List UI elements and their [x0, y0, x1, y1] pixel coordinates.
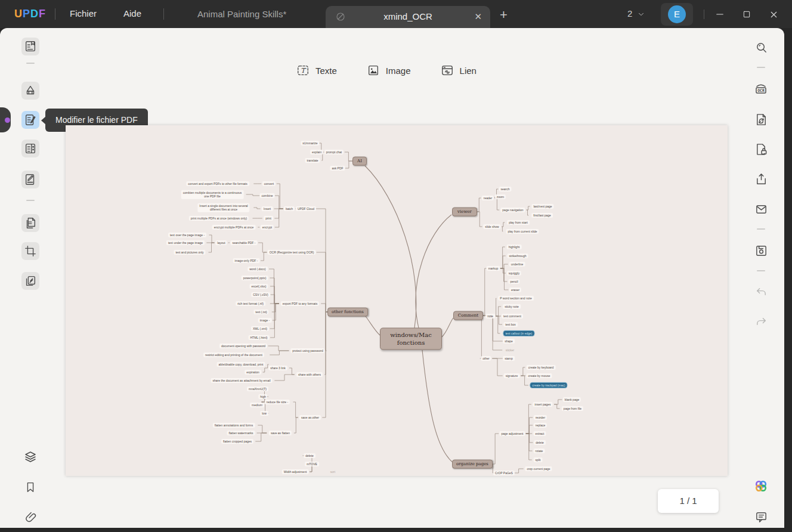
title-bar: UPDF Fichier Aide Animal Painting Skills… — [0, 0, 792, 28]
mindmap-node-combine: combine — [260, 193, 275, 198]
save-icon[interactable] — [752, 242, 770, 259]
tab-count[interactable]: 2 — [627, 8, 632, 18]
divider — [163, 8, 164, 20]
tab-xmind-ocr[interactable]: xmind_OCR ✕ — [326, 6, 490, 28]
mindmap-node-crop_cur: crop current page — [525, 466, 552, 471]
mindmap-node-other_f: other fonctions — [327, 308, 368, 317]
page-organize-icon[interactable] — [21, 140, 39, 157]
image-button-label: Image — [386, 66, 411, 76]
mindmap-node-flat_wm: flatten watermarks — [227, 431, 255, 435]
bookmark-icon[interactable] — [21, 478, 39, 496]
mindmap-node-windows_mac: windows/Mac fonctions — [380, 328, 442, 350]
divider — [55, 8, 55, 20]
chevron-down-icon[interactable] — [637, 10, 645, 21]
mindmap-node-updf_cloud: UPDF Cloud — [296, 206, 316, 211]
add-text-button[interactable]: T Texte — [296, 64, 337, 77]
mindmap-node-prompt_chat: prompt chat — [324, 150, 344, 154]
comment-panel-icon[interactable] — [752, 508, 770, 525]
mindmap-node-ocr_node: OCR (Recgonize text using OCR) — [268, 250, 316, 255]
minimize-button[interactable] — [711, 7, 729, 21]
mindmap-node-layout: layout — [215, 240, 227, 245]
svg-text:T: T — [301, 67, 307, 75]
mindmap-node-explain: explain — [310, 150, 323, 154]
convert-icon[interactable] — [21, 214, 39, 232]
app-body: Modifier le fichier PDF T Texte Image Li… — [0, 28, 784, 528]
mindmap-node-create_tp: create by trackpad (mac) — [530, 382, 567, 388]
redo-icon[interactable] — [752, 313, 770, 331]
email-icon[interactable] — [752, 200, 770, 218]
mindmap-node-lastnext: last/next page — [531, 204, 553, 209]
close-tab-icon[interactable]: ✕ — [474, 11, 482, 22]
mindmap-node-create_kb: create by keyboard — [527, 365, 556, 370]
mindmap-node-squiggly: squiggly — [507, 271, 521, 276]
mindmap-node-page_adj: page adjustment — [500, 431, 525, 436]
pdf-page[interactable]: windows/Mac fonctionsAIviewerCommentothe… — [66, 125, 728, 476]
ocr-icon[interactable]: OCR — [752, 80, 770, 98]
mindmap-node-reorder: reorder — [534, 415, 547, 420]
undo-icon[interactable] — [752, 283, 770, 301]
menu-aide[interactable]: Aide — [123, 8, 141, 18]
annotate-icon[interactable] — [21, 82, 39, 100]
ai-assistant-icon[interactable] — [752, 477, 770, 495]
mindmap-node-minmax: mnaXmnU(T) — [247, 386, 268, 391]
mindmap-node-search_v: search — [499, 187, 511, 191]
mindmap-node-delete_b: delete — [304, 453, 315, 458]
mindmap-node-reader: reader — [482, 196, 494, 200]
text-button-label: Texte — [315, 66, 337, 76]
mindmap-node-encrypt_d: encrypt multiple PDFs at once — [212, 225, 256, 230]
left-sidebar — [0, 28, 48, 528]
add-image-button[interactable]: Image — [367, 64, 411, 77]
new-tab-icon[interactable]: + — [500, 7, 508, 23]
mindmap-node-page_nav: page navigation — [500, 208, 525, 212]
mindmap-node-combine_d: combien multiple documents to a continuo… — [181, 190, 244, 199]
mindmap-node-convert_d: convert and export PDFs to other file fo… — [186, 181, 249, 186]
mindmap-node-signature: signature — [504, 373, 520, 378]
fill-sign-icon[interactable] — [21, 171, 39, 188]
mindmap-node-blank: blank page — [563, 397, 581, 402]
mindmap-node-word: word (.docx) — [248, 267, 268, 271]
mindmap-node-encrypt: encrypt — [261, 225, 274, 230]
edit-pdf-icon[interactable] — [21, 111, 39, 129]
mindmap-node-image_only: image-only PDF - — [233, 258, 260, 263]
mindmap-node-doc_pwd: document opening with password — [219, 344, 267, 348]
menu-fichier[interactable]: Fichier — [70, 8, 97, 18]
mindmap-node-rotate: rotate — [534, 449, 545, 453]
mindmap-node-text_over: text over the page image - — [168, 233, 206, 237]
layers-icon[interactable] — [21, 449, 39, 466]
mindmap-node-split: split — [534, 457, 543, 462]
attachment-icon[interactable] — [21, 508, 39, 526]
mindmap-node-sort_f: sort — [329, 469, 337, 474]
assistant-handle[interactable] — [0, 107, 11, 132]
reader-icon[interactable] — [21, 38, 39, 55]
add-link-button[interactable]: Lien — [441, 64, 477, 77]
search-icon[interactable] — [752, 38, 770, 56]
mindmap-node-html: HTML (.html) — [249, 335, 270, 340]
mindmap-node-text_pict: text and pictures only — [174, 250, 205, 255]
mindmap-node-other_n: other — [481, 356, 491, 361]
protect-icon[interactable] — [752, 140, 770, 158]
mindmap-node-play_start: play from start — [507, 220, 530, 225]
mindmap-node-from_file: page from file — [562, 406, 583, 411]
mindmap-node-ask_pdf: ask PDF — [330, 166, 345, 171]
account-button[interactable]: E — [661, 3, 693, 26]
text-icon: T — [296, 64, 310, 77]
tab-animal-painting[interactable]: Animal Painting Skills* — [197, 9, 286, 19]
share-icon[interactable] — [752, 170, 770, 188]
mindmap-node-summarize: sUmmarize — [301, 141, 319, 146]
watermark-icon[interactable] — [21, 272, 39, 290]
divider — [757, 67, 765, 68]
mindmap-node-reduce: reduce file size - — [265, 400, 290, 404]
mindmap-node-share_others: share with others — [296, 372, 323, 377]
maximize-button[interactable] — [738, 7, 756, 21]
close-window-button[interactable] — [765, 7, 782, 21]
edit-toolbar: T Texte Image Lien — [296, 64, 477, 77]
divider — [757, 228, 765, 230]
page-indicator[interactable]: 1 / 1 — [658, 489, 719, 513]
mindmap-node-text_com: text comment — [502, 314, 523, 318]
crop-icon[interactable] — [21, 242, 39, 260]
mindmap-node-slide_show: slide show — [483, 224, 500, 229]
file-convert-icon[interactable] — [752, 110, 770, 128]
mindmap-links — [66, 125, 728, 476]
mindmap-node-expiration: expiration — [245, 370, 261, 375]
mindmap-node-insert_d: Insert a single document into several di… — [197, 203, 249, 212]
